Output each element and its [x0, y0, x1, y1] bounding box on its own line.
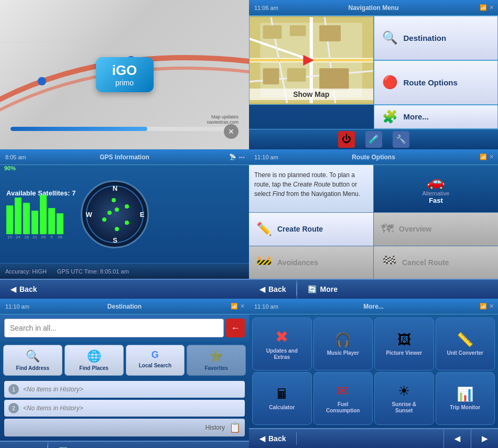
igo-logo-line1: iGO	[105, 62, 144, 79]
destination-icon: 🔍	[381, 30, 399, 45]
navmenu-header-icons: 📶 ✕	[480, 4, 494, 11]
sun-icon: ☀	[398, 383, 410, 399]
route-content: There is no planned route. To plan a rou…	[249, 165, 498, 279]
gps-content: Available Satellites: 7 15 24 18	[0, 165, 249, 263]
settings-icon-flask[interactable]: 🧪	[365, 131, 382, 148]
find-address-icon: 🔍	[26, 349, 40, 363]
overview-button: 🗺 Overview	[374, 213, 498, 245]
igo-logo-box: iGO primo	[96, 57, 154, 93]
search-go-button[interactable]: ←	[226, 319, 245, 337]
destination-button[interactable]: 🔍 Destination	[374, 16, 499, 60]
svg-rect-12	[263, 25, 282, 39]
history-icon: 📋	[229, 422, 241, 433]
tools-icon[interactable]: 🔧	[393, 131, 409, 148]
route-back-button[interactable]: ◀ Back	[249, 280, 296, 299]
igo-progress-bar	[10, 127, 239, 131]
next-page-button[interactable]: ▶	[471, 429, 498, 448]
find-places-button[interactable]: 🌐 Find Places	[64, 345, 124, 376]
sat-dot-2	[125, 204, 129, 209]
more-time: 11:10 am	[254, 303, 278, 310]
more-signal-icon: 📶	[480, 303, 487, 310]
create-route-button[interactable]: ✏️ Create Route	[249, 213, 373, 245]
bar-fill-29	[40, 195, 47, 234]
local-search-label: Local Search	[139, 363, 171, 368]
find-address-button[interactable]: 🔍 Find Address	[3, 345, 62, 376]
satellite-bars: Available Satellites: 7 15 24 18	[6, 189, 75, 239]
route-info-text: There is no planned route. To plan a rou…	[254, 171, 360, 198]
unit-converter-button[interactable]: 📏 Unit Converter	[436, 318, 495, 370]
search-input[interactable]	[4, 319, 224, 337]
avoidances-button: 🚧 Avoidances	[249, 246, 373, 279]
svg-point-2	[38, 77, 46, 85]
gps-back-bar: ◀ Back	[0, 279, 249, 299]
alternative-button[interactable]: 🚗 Alternative Fast	[374, 165, 498, 212]
route-options-panel: 11:10 am Route Options 📶 ✕ There is no p…	[249, 149, 498, 299]
alternative-label: Alternative	[423, 190, 450, 196]
history-num-2: 2	[8, 403, 19, 413]
gps-accuracy-text: Accuracy: HIGH	[5, 268, 47, 275]
sunrise-sunset-button[interactable]: ☀ Sunrise &Sunset	[374, 372, 434, 425]
dest-back-button[interactable]: ◀ Back	[0, 442, 47, 448]
favorites-button: ⭐ Favorites	[187, 345, 246, 376]
close-icon[interactable]: ✕	[489, 4, 494, 11]
dest-more-button[interactable]: 🔄 More	[48, 442, 99, 448]
route-options-icon: 🔴	[381, 75, 399, 90]
igo-logo-line2: primo	[105, 79, 144, 88]
history-item-2[interactable]: 2 <No items in History>	[4, 400, 245, 417]
find-address-label: Find Address	[16, 365, 50, 371]
dots-icon: •••	[239, 154, 245, 160]
route-more-button[interactable]: 🔄 More	[297, 280, 348, 299]
pencil-icon: ✏️	[256, 222, 272, 236]
updates-extras-button[interactable]: ✖ Updates andExtras	[252, 318, 312, 370]
picture-viewer-button[interactable]: 🖼 Picture Viewer	[374, 318, 434, 370]
bar-fill-26	[57, 213, 63, 234]
cancel-route-button: 🏁 Cancel Route	[374, 246, 498, 279]
history-text-2: <No items in History>	[23, 405, 83, 412]
compass-south: S	[113, 236, 117, 244]
navmenu-title: Navigation Menu	[348, 4, 398, 12]
navmenu-bottom-bar: ⏻ 🧪 🔧	[249, 129, 498, 149]
svg-rect-16	[287, 68, 306, 82]
favorites-label: Favorites	[204, 365, 228, 371]
more-button[interactable]: 🧩 More...	[374, 105, 499, 129]
dest-signal-icon: 📶	[231, 303, 238, 310]
bar-29: 29	[40, 195, 47, 239]
route-info-box: There is no planned route. To plan a rou…	[249, 165, 373, 212]
avoidances-icon: 🚧	[256, 255, 272, 270]
compass-north: N	[113, 184, 117, 192]
local-search-button[interactable]: G Local Search	[126, 345, 185, 376]
calculator-button[interactable]: 🖩 Calculator	[252, 372, 312, 425]
cancel-route-label: Cancel Route	[402, 258, 449, 267]
route-back-label: Back	[268, 285, 286, 293]
gps-utc-time: GPS UTC Time: 8:05:01 am	[57, 268, 129, 275]
more-close-icon[interactable]: ✕	[489, 303, 494, 310]
navmenu-header: 11:06 am Navigation Menu 📶 ✕	[249, 0, 498, 16]
ruler-icon: 📏	[457, 332, 473, 348]
igo-close-button[interactable]: ✕	[224, 124, 239, 139]
dest-back-bar: ◀ Back 🔄 More	[0, 441, 249, 448]
route-options-button[interactable]: 🔴 Route Options	[374, 60, 499, 105]
prev-page-button[interactable]: ◀	[443, 429, 471, 448]
dest-close-icon[interactable]: ✕	[240, 303, 245, 310]
history-button[interactable]: History 📋	[4, 419, 245, 436]
compass-west: W	[85, 210, 92, 218]
history-item-1[interactable]: 1 <No items in History>	[4, 381, 245, 398]
fuel-consumption-button[interactable]: ✉ FuelConsumption	[313, 372, 373, 425]
more-sep	[296, 432, 297, 445]
updates-icon: ✖	[275, 327, 288, 346]
route-close-icon[interactable]: ✕	[489, 154, 494, 160]
route-back-bar: ◀ Back 🔄 More	[249, 279, 498, 299]
picture-icon: 🖼	[397, 332, 411, 348]
trip-monitor-button[interactable]: 📊 Trip Monitor	[436, 372, 495, 425]
signal-icon: 📶	[480, 4, 487, 11]
show-map-button[interactable]: Show Map	[249, 16, 374, 105]
more-back-button[interactable]: ◀ Back	[249, 429, 296, 448]
route-header-icons: 📶 ✕	[480, 154, 494, 160]
overview-icon: 🗺	[381, 222, 394, 236]
igo-logo: iGO primo	[96, 57, 154, 93]
compass-east: E	[140, 210, 145, 218]
music-player-button[interactable]: 🎧 Music Player	[313, 318, 373, 370]
fuel-icon: ✉	[337, 383, 349, 399]
gps-back-button[interactable]: ◀ Back	[0, 280, 47, 299]
power-button[interactable]: ⏻	[338, 131, 355, 148]
